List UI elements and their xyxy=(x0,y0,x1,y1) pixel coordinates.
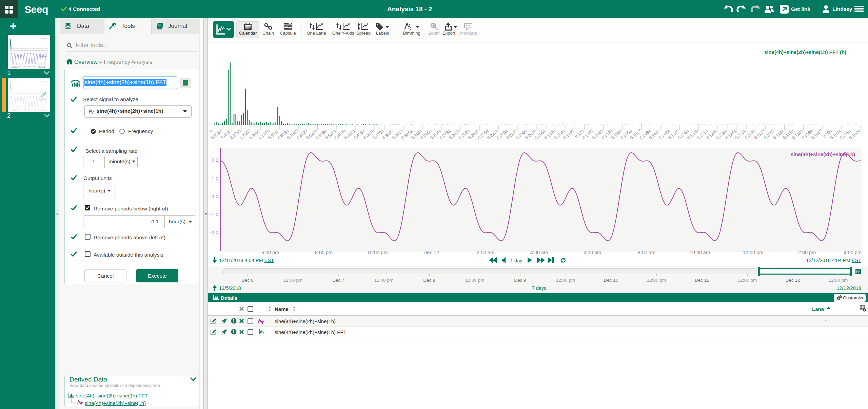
svg-text:0.1004: 0.1004 xyxy=(848,129,861,141)
svg-text:0.1797: 0.1797 xyxy=(563,129,575,141)
svg-text:0.1067: 0.1067 xyxy=(810,129,823,141)
svg-text:0.1138: 0.1138 xyxy=(772,129,785,141)
